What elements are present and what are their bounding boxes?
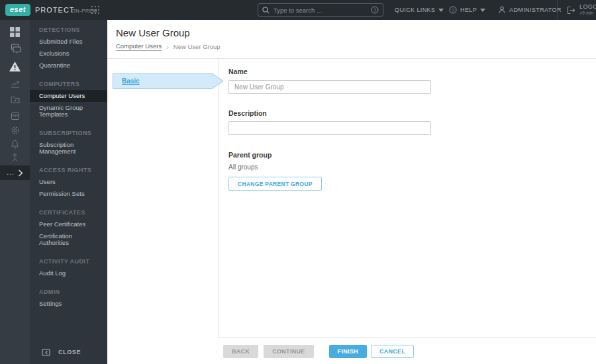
footer-divider <box>219 338 596 338</box>
section-header-activity-audit: ACTIVITY AUDIT <box>30 255 107 267</box>
help-label: HELP <box>460 7 477 13</box>
description-label: Description <box>228 109 267 117</box>
chevron-down-icon <box>480 9 485 12</box>
quick-links-menu[interactable]: QUICK LINKS <box>395 0 444 20</box>
parent-group-label: Parent group <box>228 151 272 159</box>
logout-timer: >9 min <box>579 10 596 17</box>
sidebar-item-users[interactable]: Users <box>30 176 107 188</box>
policies-icon[interactable] <box>0 126 30 135</box>
main-content: New User Group Computer Users › New User… <box>107 20 596 364</box>
chevron-right-icon <box>18 169 23 177</box>
sidebar-item-quarantine[interactable]: Quarantine <box>30 60 107 71</box>
topbar-divider <box>557 0 558 20</box>
reports-icon[interactable] <box>0 80 30 88</box>
sidebar-item-audit-log[interactable]: Audit Log <box>30 267 107 279</box>
sidebar-item-certification-authorities[interactable]: Certification Authorities <box>30 230 107 249</box>
section-header-computers: COMPUTERS <box>30 78 107 90</box>
ellipsis-icon: ... <box>7 171 14 175</box>
search-help-icon[interactable]: ? <box>371 6 379 14</box>
breadcrumb: Computer Users › New User Group <box>116 42 221 51</box>
search-icon <box>262 7 270 14</box>
sidebar-item-submitted-files[interactable]: Submitted Files <box>30 36 107 48</box>
sidebar-panel: DETECTIONS Submitted Files Exclusions Qu… <box>30 20 107 364</box>
page-title: New User Group <box>116 27 190 38</box>
svg-text:?: ? <box>373 7 376 13</box>
dashboard-icon[interactable] <box>0 26 30 38</box>
finish-button[interactable]: FINISH <box>329 345 367 358</box>
section-header-certificates: CERTIFICATES <box>30 206 107 218</box>
wizard-divider <box>219 59 219 338</box>
search-input[interactable] <box>273 7 371 14</box>
installers-icon[interactable] <box>0 112 30 120</box>
parent-group-value: All groups <box>228 163 258 171</box>
sidebar-item-subscription-management[interactable]: Subscription Management <box>30 139 107 158</box>
product-name: PROTECT <box>35 6 75 14</box>
sidebar-item-settings[interactable]: Settings <box>30 298 107 310</box>
close-label: CLOSE <box>58 349 81 355</box>
logout-label: LOGOUT <box>579 3 596 10</box>
help-menu[interactable]: ? HELP <box>449 0 485 20</box>
apps-grid-icon[interactable] <box>91 6 100 15</box>
sidebar-item-computer-users[interactable]: Computer Users <box>30 90 107 102</box>
breadcrumb-chevron-icon: › <box>166 43 169 51</box>
back-button[interactable]: BACK <box>223 345 258 358</box>
wizard-step-basic-label: Basic <box>122 77 140 85</box>
wizard-footer: BACK CONTINUE FINISH CANCEL <box>223 345 414 358</box>
section-header-detections: DETECTIONS <box>30 24 107 36</box>
description-field[interactable] <box>228 121 431 135</box>
collapse-icon <box>42 349 50 356</box>
change-parent-group-button[interactable]: CHANGE PARENT GROUP <box>228 177 322 191</box>
eset-protect-window: eset PROTECT ON-PREM ? QUICK LINKS ? <box>0 0 596 364</box>
section-header-admin: ADMIN <box>30 286 107 298</box>
user-label: ADMINISTRATOR <box>509 7 562 13</box>
sidebar-item-peer-certificates[interactable]: Peer Certificates <box>30 218 107 230</box>
svg-text:?: ? <box>452 7 455 13</box>
cancel-button[interactable]: CANCEL <box>371 345 414 358</box>
wizard-step-basic[interactable]: Basic <box>113 73 224 89</box>
notifications-icon[interactable] <box>0 140 30 149</box>
breadcrumb-parent-link[interactable]: Computer Users <box>116 42 162 51</box>
more-menu-button[interactable]: ... <box>0 165 30 180</box>
icon-rail: ... <box>0 20 30 364</box>
chevron-down-icon <box>438 9 444 12</box>
continue-button[interactable]: CONTINUE <box>264 345 313 358</box>
user-menu[interactable]: ADMINISTRATOR <box>498 0 562 20</box>
breadcrumb-current: New User Group <box>174 43 221 50</box>
user-icon <box>498 6 506 14</box>
sidebar-item-permission-sets[interactable]: Permission Sets <box>30 188 107 200</box>
close-panel-button[interactable]: CLOSE <box>30 344 107 360</box>
computers-icon[interactable] <box>0 44 30 54</box>
header-divider <box>107 58 596 59</box>
detections-icon[interactable] <box>0 61 30 72</box>
help-circle-icon: ? <box>449 6 457 14</box>
logout-button[interactable]: LOGOUT >9 min <box>567 0 596 20</box>
section-header-access-rights: ACCESS RIGHTS <box>30 164 107 176</box>
logout-icon <box>567 6 576 15</box>
tasks-icon[interactable] <box>0 96 30 104</box>
sidebar-item-dynamic-group-templates[interactable]: Dynamic Group Templates <box>30 102 107 120</box>
topbar: eset PROTECT ON-PREM ? QUICK LINKS ? <box>0 0 596 20</box>
search-box[interactable]: ? <box>258 3 383 17</box>
quick-links-label: QUICK LINKS <box>395 7 435 13</box>
sidebar-item-exclusions[interactable]: Exclusions <box>30 48 107 60</box>
eset-logo: eset <box>5 4 30 16</box>
name-field[interactable] <box>228 80 431 94</box>
section-header-subscriptions: SUBSCRIPTIONS <box>30 127 107 139</box>
name-label: Name <box>228 68 248 75</box>
status-overview-icon[interactable] <box>0 153 30 162</box>
